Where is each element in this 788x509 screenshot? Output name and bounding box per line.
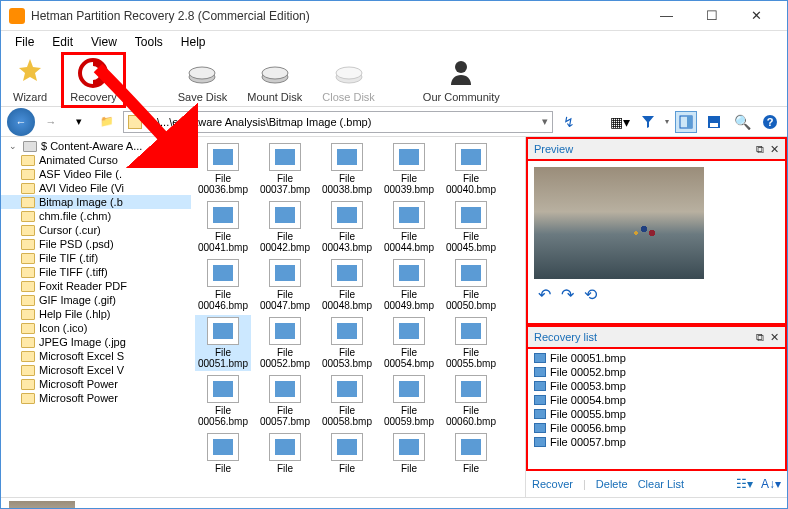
file-item[interactable]: File00058.bmp <box>319 373 375 429</box>
minimize-button[interactable]: — <box>644 2 689 30</box>
file-item[interactable]: File <box>195 431 251 476</box>
tree-item[interactable]: Foxit Reader PDF <box>1 279 191 293</box>
popout-icon[interactable]: ⧉ <box>756 331 764 344</box>
tree-item[interactable]: Icon (.ico) <box>1 321 191 335</box>
menu-help[interactable]: Help <box>173 33 214 51</box>
file-item[interactable]: File00036.bmp <box>195 141 251 197</box>
nav-forward-button[interactable]: → <box>39 110 63 134</box>
file-item[interactable]: File00044.bmp <box>381 199 437 255</box>
rotate-left-button[interactable]: ↶ <box>538 285 551 304</box>
file-item[interactable]: File <box>381 431 437 476</box>
close-icon[interactable]: ✕ <box>770 331 779 344</box>
file-item[interactable]: File00060.bmp <box>443 373 499 429</box>
file-item[interactable]: File00039.bmp <box>381 141 437 197</box>
file-item[interactable]: File00056.bmp <box>195 373 251 429</box>
nav-up-button[interactable]: 📁 <box>95 110 119 134</box>
file-list[interactable]: File00036.bmpFile00037.bmpFile00038.bmpF… <box>191 137 525 497</box>
delete-button[interactable]: Delete <box>596 478 628 490</box>
closedisk-button[interactable]: Close Disk <box>316 55 381 105</box>
wizard-button[interactable]: Wizard <box>7 55 53 105</box>
file-item[interactable]: File00057.bmp <box>257 373 313 429</box>
recovery-item[interactable]: File 00057.bmp <box>532 435 781 449</box>
tree-item[interactable]: Help File (.hlp) <box>1 307 191 321</box>
preview-image <box>534 167 704 279</box>
file-item[interactable]: File00042.bmp <box>257 199 313 255</box>
file-item[interactable]: File <box>257 431 313 476</box>
menu-edit[interactable]: Edit <box>44 33 81 51</box>
recovery-item[interactable]: File 00053.bmp <box>532 379 781 393</box>
nav-dropdown-button[interactable]: ▾ <box>67 110 91 134</box>
file-item[interactable]: File00037.bmp <box>257 141 313 197</box>
mountdisk-button[interactable]: Mount Disk <box>241 55 308 105</box>
file-item[interactable]: File00047.bmp <box>257 257 313 313</box>
save-button[interactable] <box>703 111 725 133</box>
file-item[interactable]: File00051.bmp <box>195 315 251 371</box>
file-item[interactable]: File00046.bmp <box>195 257 251 313</box>
tree-item[interactable]: Animated Curso <box>1 153 191 167</box>
file-item[interactable]: File00041.bmp <box>195 199 251 255</box>
nav-back-button[interactable]: ← <box>7 108 35 136</box>
savedisk-button[interactable]: Save Disk <box>172 55 234 105</box>
tree-item[interactable]: Cursor (.cur) <box>1 223 191 237</box>
help-button[interactable]: ? <box>759 111 781 133</box>
view-preview-button[interactable] <box>675 111 697 133</box>
search-button[interactable]: 🔍 <box>731 111 753 133</box>
view-mode-icon[interactable]: ☷▾ <box>736 477 753 491</box>
file-item[interactable]: File00059.bmp <box>381 373 437 429</box>
menu-tools[interactable]: Tools <box>127 33 171 51</box>
tree-item[interactable]: ASF Video File (. <box>1 167 191 181</box>
tree-item[interactable]: File TIF (.tif) <box>1 251 191 265</box>
recovery-item[interactable]: File 00054.bmp <box>532 393 781 407</box>
tree-item[interactable]: File TIFF (.tiff) <box>1 265 191 279</box>
tree-item[interactable]: Microsoft Excel V <box>1 363 191 377</box>
file-item[interactable]: File00053.bmp <box>319 315 375 371</box>
popout-icon[interactable]: ⧉ <box>756 143 764 156</box>
file-item[interactable]: File00052.bmp <box>257 315 313 371</box>
recovery-button[interactable]: Recovery <box>61 52 125 108</box>
file-icon <box>534 353 546 363</box>
file-item[interactable]: File00050.bmp <box>443 257 499 313</box>
maximize-button[interactable]: ☐ <box>689 2 734 30</box>
tree-item[interactable]: AVI Video File (Vi <box>1 181 191 195</box>
recovery-item[interactable]: File 00052.bmp <box>532 365 781 379</box>
file-item[interactable]: File00045.bmp <box>443 199 499 255</box>
refresh-button[interactable]: ↯ <box>557 110 581 134</box>
file-item[interactable]: File00043.bmp <box>319 199 375 255</box>
close-icon[interactable]: ✕ <box>770 143 779 156</box>
folder-tree[interactable]: $ Content-Aware A... Animated CursoASF V… <box>1 137 191 497</box>
refresh-preview-button[interactable]: ⟲ <box>584 285 597 304</box>
recover-button[interactable]: Recover <box>532 478 573 490</box>
tree-root[interactable]: $ Content-Aware A... <box>1 139 191 153</box>
file-item[interactable]: File00054.bmp <box>381 315 437 371</box>
tree-item[interactable]: chm.file (.chm) <box>1 209 191 223</box>
file-item[interactable]: File00040.bmp <box>443 141 499 197</box>
tree-item[interactable]: Microsoft Excel S <box>1 349 191 363</box>
tree-item[interactable]: Microsoft Power <box>1 391 191 405</box>
sort-icon[interactable]: A↓▾ <box>761 477 781 491</box>
tree-item[interactable]: Microsoft Power <box>1 377 191 391</box>
address-bar[interactable]: C:\...\ent-Aware Analysis\Bitmap Image (… <box>123 111 553 133</box>
clearlist-button[interactable]: Clear List <box>638 478 684 490</box>
tree-item[interactable]: Bitmap Image (.b <box>1 195 191 209</box>
rotate-right-button[interactable]: ↷ <box>561 285 574 304</box>
file-item[interactable]: File00038.bmp <box>319 141 375 197</box>
tree-item[interactable]: GIF Image (.gif) <box>1 293 191 307</box>
file-item[interactable]: File00055.bmp <box>443 315 499 371</box>
close-button[interactable]: ✕ <box>734 2 779 30</box>
filter-button[interactable] <box>637 111 659 133</box>
community-button[interactable]: Our Community <box>417 55 506 105</box>
menu-view[interactable]: View <box>83 33 125 51</box>
file-item[interactable]: File00049.bmp <box>381 257 437 313</box>
recovery-list[interactable]: File 00051.bmpFile 00052.bmpFile 00053.b… <box>526 347 787 471</box>
recovery-item[interactable]: File 00055.bmp <box>532 407 781 421</box>
chevron-down-icon[interactable]: ▾ <box>542 115 548 128</box>
recovery-item[interactable]: File 00051.bmp <box>532 351 781 365</box>
menu-file[interactable]: File <box>7 33 42 51</box>
recovery-item[interactable]: File 00056.bmp <box>532 421 781 435</box>
file-item[interactable]: File <box>443 431 499 476</box>
file-item[interactable]: File00048.bmp <box>319 257 375 313</box>
file-item[interactable]: File <box>319 431 375 476</box>
tree-item[interactable]: File PSD (.psd) <box>1 237 191 251</box>
options-button[interactable]: ▦▾ <box>609 111 631 133</box>
tree-item[interactable]: JPEG Image (.jpg <box>1 335 191 349</box>
